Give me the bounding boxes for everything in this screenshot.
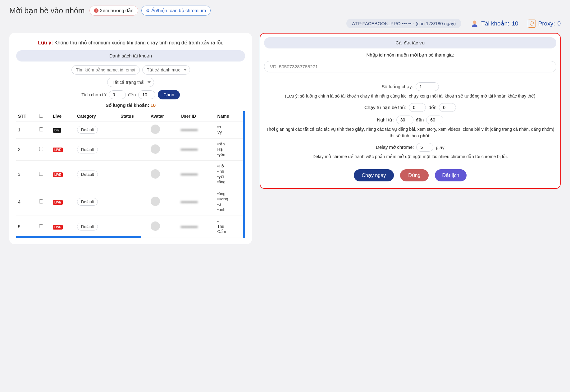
- delay-label: Delay mở chrome:: [376, 144, 414, 150]
- table-row: 4LIVEDefault▪▪▪▪▪▪▪▪▪▪▪▪ông▪ương▪ũ▪anh: [16, 188, 243, 216]
- cell-status: [119, 188, 149, 216]
- accounts-count: 10: [512, 20, 518, 27]
- accounts-info: Tài khoản: 10: [471, 20, 518, 28]
- account-count-line: Số lượng tài khoản: 10: [16, 103, 245, 108]
- table-row: 1DIEDefault▪▪▪▪▪▪▪▪▪▪▪▪nVy: [16, 121, 243, 139]
- row-checkbox[interactable]: [39, 199, 43, 203]
- delay-note: Delay mở chrome để tránh việc phần mềm m…: [264, 153, 556, 160]
- group-id-input[interactable]: [264, 61, 556, 72]
- col-live: Live: [51, 111, 75, 121]
- col-stt: STT: [16, 111, 37, 121]
- cell-status: [119, 216, 149, 238]
- run-button[interactable]: Chạy ngay: [354, 169, 394, 181]
- col-checkbox: [37, 111, 51, 121]
- cell-user-id: ▪▪▪▪▪▪▪▪▪▪▪: [179, 138, 216, 161]
- threads-note: (Lưu ý: số luồng chính là số tài khoản c…: [264, 93, 556, 99]
- accounts-list-header: Danh sách tài khoản: [16, 50, 245, 62]
- rest-from-label: Nghỉ từ:: [377, 117, 394, 123]
- delay-input[interactable]: [416, 143, 433, 152]
- rest-from-input[interactable]: [396, 116, 413, 124]
- table-row: 3LIVEDefault▪▪▪▪▪▪▪▪▪▪▪▪Hồ▪inh▪yết▪ăng: [16, 161, 243, 188]
- task-settings-header: Cài đặt tác vụ: [264, 37, 556, 48]
- category-pill[interactable]: Default: [77, 171, 98, 178]
- cell-stt: 5: [16, 216, 37, 238]
- group-id-label: Nhập id nhóm muốn mời bạn bè tham gia:: [264, 52, 556, 58]
- warning-text: Lưu ý: Không thu nhỏ chromium xuống khi …: [16, 39, 245, 47]
- toggle-chromium-label: Ẩn/hiện toàn bộ chromium: [151, 8, 206, 13]
- avatar: [151, 125, 160, 134]
- stop-button[interactable]: Dừng: [400, 169, 428, 181]
- svg-point-0: [473, 21, 477, 24]
- threads-input[interactable]: [416, 82, 439, 91]
- tick-select-button[interactable]: Chọn: [158, 90, 180, 99]
- cell-status: [119, 121, 149, 139]
- avatar: [151, 169, 160, 179]
- guide-button-label: Xem hướng dẫn: [100, 8, 134, 13]
- run-to-input[interactable]: [439, 103, 456, 112]
- license-pill: ATP-FACEBOOK_PRO ▪▪▪ ▪▪ - (còn 173/180 n…: [346, 19, 461, 28]
- cell-user-id: ▪▪▪▪▪▪▪▪▪▪▪: [179, 216, 216, 238]
- col-status: Status: [119, 111, 149, 121]
- live-badge: LIVE: [53, 148, 63, 152]
- cell-user-id: ▪▪▪▪▪▪▪▪▪▪▪: [179, 121, 216, 139]
- category-pill[interactable]: Default: [77, 126, 98, 134]
- cell-stt: 3: [16, 161, 37, 188]
- cell-name: ▪Hồ▪inh▪yết▪ăng: [215, 161, 243, 188]
- row-checkbox[interactable]: [39, 172, 43, 176]
- warning-prefix: Lưu ý:: [38, 40, 53, 45]
- cell-status: [119, 138, 149, 161]
- cell-name: ▪rầnHạ▪yên: [215, 138, 243, 161]
- status-select[interactable]: Tất cả trạng thái: [107, 78, 154, 87]
- horizontal-scrollbar[interactable]: [16, 236, 141, 238]
- proxy-label: Proxy:: [538, 20, 555, 27]
- cell-stt: 4: [16, 188, 37, 216]
- category-pill[interactable]: Default: [77, 198, 98, 206]
- person-icon: [471, 20, 479, 28]
- row-checkbox[interactable]: [39, 147, 43, 151]
- col-category: Category: [75, 111, 119, 121]
- live-badge: LIVE: [53, 172, 63, 177]
- col-avatar: Avatar: [149, 111, 179, 121]
- delay-unit: giây: [436, 145, 445, 150]
- tick-to-label: đến: [128, 92, 136, 97]
- warning-body: Không thu nhỏ chromium xuống khi đang ch…: [54, 40, 223, 45]
- table-row: 2LIVEDefault▪▪▪▪▪▪▪▪▪▪▪▪rầnHạ▪yên: [16, 138, 243, 161]
- page-title: Mời bạn bè vào nhóm: [9, 6, 85, 15]
- run-from-input[interactable]: [409, 103, 426, 112]
- avatar: [151, 197, 160, 206]
- rest-to-label: đến: [416, 117, 424, 123]
- task-settings-panel: Cài đặt tác vụ Nhập id nhóm muốn mời bạn…: [260, 33, 561, 189]
- cell-name: ▪ông▪ương▪ũ▪anh: [215, 188, 243, 216]
- cell-stt: 1: [16, 121, 37, 139]
- shield-icon: [528, 20, 536, 28]
- tick-from-input[interactable]: [109, 90, 126, 99]
- accounts-table: STT Live Category Status Avatar User ID …: [16, 111, 243, 238]
- avatar: [151, 221, 160, 231]
- row-checkbox[interactable]: [39, 127, 43, 131]
- tick-to-input[interactable]: [138, 90, 155, 99]
- search-input[interactable]: [71, 65, 140, 75]
- table-row: 5LIVEDefault▪▪▪▪▪▪▪▪▪▪▪▪ThuCẩm: [16, 216, 243, 238]
- col-name: Name: [215, 111, 243, 121]
- rest-to-input[interactable]: [426, 116, 443, 124]
- schedule-button[interactable]: Đặt lịch: [435, 169, 467, 181]
- guide-button[interactable]: i Xem hướng dẫn: [89, 6, 138, 16]
- row-checkbox[interactable]: [39, 224, 43, 228]
- live-badge: LIVE: [53, 200, 63, 205]
- proxy-info: Proxy: 0: [528, 20, 561, 28]
- category-select[interactable]: Tất cả danh mục: [142, 65, 190, 75]
- category-pill[interactable]: Default: [77, 223, 98, 230]
- live-badge: DIE: [53, 128, 61, 133]
- accounts-label: Tài khoản:: [481, 20, 509, 27]
- cell-user-id: ▪▪▪▪▪▪▪▪▪▪▪: [179, 188, 216, 216]
- live-badge: LIVE: [53, 225, 63, 230]
- cell-name: ▪nVy: [215, 121, 243, 139]
- avatar: [151, 144, 160, 154]
- col-user-id: User ID: [179, 111, 216, 121]
- cell-user-id: ▪▪▪▪▪▪▪▪▪▪▪: [179, 161, 216, 188]
- category-pill[interactable]: Default: [77, 146, 98, 153]
- select-all-checkbox[interactable]: [39, 114, 43, 118]
- run-to-label: đến: [428, 105, 436, 110]
- toggle-chromium-button[interactable]: ⚙ Ẩn/hiện toàn bộ chromium: [141, 6, 211, 16]
- cell-status: [119, 161, 149, 188]
